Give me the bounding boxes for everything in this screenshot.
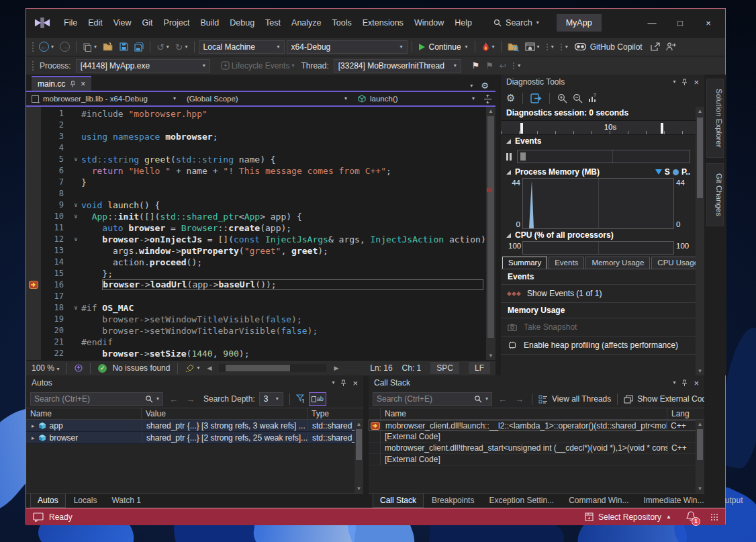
line-number[interactable]: 5 [41, 154, 70, 165]
show-threads-in-source-button[interactable]: ⚑ [483, 59, 495, 72]
zoom-out-icon[interactable] [573, 93, 583, 103]
callstack-frame[interactable]: mobrowser_client.dll!launch::__l2::<lamb… [369, 420, 704, 431]
view-all-threads-button[interactable]: View all Threads [538, 394, 611, 404]
column-header-name[interactable]: Name [381, 408, 667, 419]
pin-icon[interactable] [681, 79, 688, 86]
autos-search-box[interactable]: ▾ [30, 392, 163, 406]
panel-splitter[interactable] [363, 375, 369, 508]
line-number[interactable]: 3 [41, 131, 70, 142]
line-number[interactable]: 22 [41, 348, 70, 359]
close-button[interactable]: × [697, 18, 720, 28]
code-cleanup-control[interactable]: ▾ [185, 364, 199, 373]
timeline-ruler[interactable]: 10s [501, 120, 696, 135]
project-dropdown[interactable]: mobrowser_lib.lib - x64-Debug ▾ [26, 92, 181, 105]
resize-grip-icon[interactable] [710, 513, 718, 521]
line-number[interactable]: 1 [41, 108, 70, 120]
code-editor[interactable]: 1#include "mobrowser.hpp"23using namespa… [26, 107, 495, 360]
notifications-button[interactable]: 1 [686, 511, 696, 523]
continue-button[interactable]: Continue ▾ [416, 42, 471, 52]
call-stack-search-box[interactable]: ▾ [373, 392, 492, 406]
scrollbar-thumb[interactable] [487, 116, 494, 338]
diagnostics-tab-events[interactable]: Events [549, 257, 584, 269]
close-panel-icon[interactable]: × [694, 77, 699, 87]
menu-tools[interactable]: Tools [327, 15, 357, 30]
column-indicator[interactable]: Ch: 1 [402, 363, 422, 373]
panel-tab-immediate-win[interactable]: Immediate Win... [637, 494, 711, 508]
hot-reload-button[interactable]: ▾ [479, 40, 497, 53]
scroll-right-icon[interactable]: ▶ [332, 365, 340, 371]
menu-extensions[interactable]: Extensions [357, 15, 409, 30]
show-events-link[interactable]: Show Events (1 of 1) [501, 285, 696, 303]
line-number[interactable]: 13 [41, 245, 70, 257]
undo-button[interactable]: ↺▾ [154, 40, 171, 54]
line-number[interactable]: 14 [41, 257, 70, 268]
close-panel-icon[interactable]: × [352, 378, 358, 388]
navigate-back-button[interactable]: ←▾ [37, 40, 56, 53]
search-input[interactable] [377, 394, 471, 404]
autos-tab-autos[interactable]: Autos [30, 494, 66, 508]
panel-splitter[interactable] [495, 75, 501, 375]
line-number[interactable]: 19 [41, 314, 70, 325]
search-depth-combo[interactable]: 3 ▾ [259, 392, 283, 406]
scroll-down-icon[interactable]: ▼ [696, 486, 704, 492]
line-number[interactable]: 16 [41, 279, 70, 291]
issues-status[interactable]: No issues found [112, 363, 170, 373]
zoom-in-icon[interactable] [557, 93, 567, 103]
split-editor-button[interactable] [480, 92, 495, 105]
autos-tab-locals[interactable]: Locals [67, 494, 104, 508]
process-combo[interactable]: [44148] MyApp.exe ▾ [76, 59, 210, 73]
diagnostics-scrollbar[interactable]: ▲ ▼ [696, 107, 704, 375]
fold-marker[interactable]: ∨ [70, 211, 81, 222]
code-text[interactable]: browser->setSize(1440, 900); [81, 348, 486, 359]
navigate-forward-icon[interactable]: → [513, 394, 526, 404]
menu-help[interactable]: Help [449, 15, 477, 30]
column-header-name[interactable]: Name [26, 408, 142, 419]
events-track[interactable] [517, 150, 690, 163]
menu-project[interactable]: Project [158, 15, 195, 30]
fold-marker[interactable]: ∨ [70, 234, 81, 245]
show-next-statement-button[interactable]: ⚑ [470, 59, 482, 72]
line-number[interactable]: 11 [41, 222, 70, 234]
symbol-dropdown[interactable]: launch() ▾ [352, 92, 480, 105]
zoom-level-control[interactable]: 100 % ▾ [32, 363, 59, 373]
code-text[interactable]: browser->setWindowTitlebarVisible(false)… [81, 325, 486, 336]
line-number[interactable]: 20 [41, 325, 70, 336]
panel-tab-command-win[interactable]: Command Win... [562, 494, 635, 508]
line-number[interactable]: 10 [41, 211, 70, 222]
navigate-back-icon[interactable]: ← [167, 394, 180, 404]
scrollbar-thumb[interactable] [356, 429, 362, 460]
code-text[interactable]: browser->onInjectJs = [](const InjectJsA… [81, 234, 486, 245]
side-tab-git-changes[interactable]: Git Changes [706, 163, 724, 226]
open-folder-button[interactable] [101, 41, 115, 52]
code-text[interactable]: auto browser = Browser::create(app); [81, 222, 486, 234]
show-external-code-button[interactable]: Show External Code [624, 394, 710, 404]
scrollbar-thumb[interactable] [226, 365, 290, 371]
code-text[interactable]: args.window->putProperty("greet", greet)… [81, 245, 486, 257]
save-all-button[interactable] [132, 41, 146, 53]
expander-icon[interactable]: ▸ [32, 422, 35, 429]
code-text[interactable]: #include "mobrowser.hpp" [81, 108, 486, 120]
line-number[interactable]: 2 [41, 120, 70, 131]
diagnostics-tab-summary[interactable]: Summary [502, 257, 547, 269]
find-in-files-button[interactable] [506, 41, 521, 53]
search-control[interactable]: Search ▾ [493, 18, 539, 28]
code-text[interactable]: action.proceed(); [81, 257, 486, 268]
line-number[interactable]: 8 [41, 188, 70, 199]
events-section-header[interactable]: Events [501, 135, 696, 147]
line-indicator[interactable]: Ln: 16 [370, 363, 392, 373]
toolbar-drag-handle[interactable] [32, 60, 35, 71]
side-tab-solution-explorer[interactable]: Solution Explorer [706, 79, 724, 158]
window-position-chevron-icon[interactable]: ▾ [332, 380, 334, 386]
expander-icon[interactable]: ▸ [32, 435, 35, 441]
fold-marker[interactable]: ∨ [70, 154, 81, 165]
menu-file[interactable]: File [58, 15, 83, 30]
menu-git[interactable]: Git [137, 15, 158, 30]
scroll-up-icon[interactable]: ▲ [486, 108, 495, 114]
scroll-up-icon[interactable]: ▲ [696, 108, 704, 114]
column-header-type[interactable]: Type [308, 408, 355, 419]
code-text[interactable]: #endif [81, 336, 486, 348]
line-number[interactable]: 4 [41, 142, 70, 154]
scrollbar-thumb[interactable] [697, 118, 703, 198]
line-number[interactable]: 12 [41, 234, 70, 245]
toolbar-drag-handle[interactable] [32, 42, 35, 52]
